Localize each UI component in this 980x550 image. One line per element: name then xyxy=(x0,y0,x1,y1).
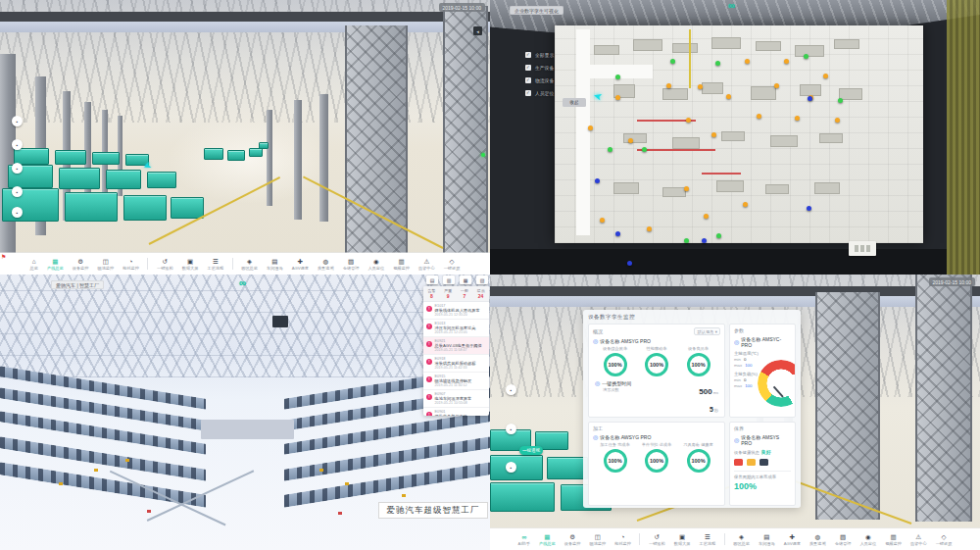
toolbar-item[interactable]: ◈园区总览 xyxy=(729,533,755,546)
agv-marker-dot[interactable] xyxy=(726,94,731,99)
alarm-list-item[interactable]: !E0901焊装夹具气压不足2019-05-21 10:21:44 xyxy=(423,408,489,416)
station-marker[interactable]: ▪ xyxy=(506,462,516,473)
toolbar-item[interactable]: ⚙设备监控 xyxy=(560,533,585,546)
toolbar-item[interactable]: ▤车间漫游 xyxy=(754,533,779,546)
person-marker-dot[interactable] xyxy=(702,238,707,243)
device-marker-dot[interactable] xyxy=(608,147,612,152)
agv-marker-dot[interactable] xyxy=(698,84,703,89)
layer-filter-item[interactable]: ✓物流设备 xyxy=(525,76,554,84)
agv-marker-dot[interactable] xyxy=(757,114,761,119)
agv-marker-dot[interactable] xyxy=(600,218,605,223)
device-marker-dot[interactable] xyxy=(684,238,689,243)
toolbar-item[interactable]: ◉人员定位 xyxy=(364,258,389,271)
person-marker-dot[interactable] xyxy=(807,206,811,211)
toolbar-item[interactable]: ▣数据大屏 xyxy=(177,258,203,271)
alarm-tab-icon[interactable]: ▤ xyxy=(426,275,438,284)
device-marker-dot[interactable] xyxy=(838,98,843,103)
checkbox-checked-icon[interactable]: ✓ xyxy=(525,65,531,71)
station-marker[interactable]: ▪ xyxy=(12,139,23,150)
toolbar-item[interactable]: ◫物流监控 xyxy=(93,258,119,271)
alarm-stat[interactable]: 提示24 xyxy=(472,288,489,299)
toolbar-item[interactable]: ◇一键还原 xyxy=(439,258,465,271)
toolbar-item[interactable]: ✚AGV调度 xyxy=(287,258,313,271)
alarm-stat[interactable]: 严重9 xyxy=(440,288,457,299)
toolbar-item[interactable]: ◈园区总览 xyxy=(237,258,263,271)
agv-marker-dot[interactable] xyxy=(743,202,748,207)
viewport-factory-overview[interactable]: 2019-02-15 10:00 ◂ ▪▪▪▪▪ ➤ ⚑ ⌂总览▦产线总览⚙设备… xyxy=(0,0,490,275)
agv-marker-dot[interactable] xyxy=(588,125,593,130)
alarm-list-item[interactable]: !E1013冲压车间压机温度过高2019-05-21 12:21:05 xyxy=(423,320,489,337)
agv-marker-dot[interactable] xyxy=(784,59,789,64)
station-marker[interactable]: ▪ xyxy=(506,384,516,395)
layer-filter-item[interactable]: ✓生产设备 xyxy=(525,64,554,72)
toolbar-item[interactable]: ◉人员定位 xyxy=(856,533,881,546)
agv-marker-dot[interactable] xyxy=(615,95,620,100)
quick-action-label[interactable]: 一键换型时间 xyxy=(602,380,631,386)
device-marker-dot[interactable] xyxy=(615,75,620,79)
toolbar-item[interactable]: ◫物流监控 xyxy=(585,533,611,546)
toolbar-item[interactable]: ☰工艺流程 xyxy=(695,533,720,546)
toolbar-item[interactable]: ⌂总览 xyxy=(25,258,42,271)
alarm-list-item[interactable]: !E0918涂装烘房风机振动超标2019-05-21 11:42:33 xyxy=(423,355,489,373)
agv-marker-dot[interactable] xyxy=(823,74,828,78)
machine-action-tag[interactable]: 一键透视 xyxy=(519,446,543,455)
toolbar-item[interactable]: ▥视频监控 xyxy=(389,258,415,271)
device-marker-dot[interactable] xyxy=(804,54,808,59)
person-marker-dot[interactable] xyxy=(808,96,812,101)
toolbar-item[interactable]: ▧仓储管理 xyxy=(830,533,856,546)
person-marker-dot[interactable] xyxy=(595,178,600,183)
device-marker-dot[interactable] xyxy=(642,147,647,152)
layer-filter-item[interactable]: ✓全部显示 xyxy=(525,51,554,59)
toolbar-item[interactable]: ⚠告警中心 xyxy=(414,258,439,271)
factory-floorplan[interactable] xyxy=(555,25,923,243)
agv-marker-dot[interactable] xyxy=(711,132,716,137)
minimap-widget[interactable] xyxy=(849,241,876,256)
toolbar-item[interactable]: ◍质量追溯 xyxy=(805,533,830,546)
viewport-logistics-corridor[interactable]: 爱驰汽车 | 智慧工厂 ∞ ▤▥▦▧ 告警8严重9一般7提示24 !E1017焊… xyxy=(0,275,490,550)
alarm-list-item[interactable]: !E0921总装AGV-03电量低于阈值2019-05-21 11:58:47 xyxy=(423,337,489,355)
toolbar-item[interactable]: ▦产线总览 xyxy=(42,258,68,271)
alarm-tab-icon[interactable]: ▥ xyxy=(443,275,455,284)
agv-marker-dot[interactable] xyxy=(745,59,750,64)
person-marker-dot[interactable] xyxy=(627,261,632,266)
agv-marker-dot[interactable] xyxy=(795,116,800,121)
agv-marker-dot[interactable] xyxy=(774,83,779,88)
station-marker[interactable]: ▪ xyxy=(506,424,516,434)
toolbar-item[interactable]: ◔能耗监控 xyxy=(611,533,636,546)
toolbar-item[interactable]: ↺一键巡检 xyxy=(152,258,177,271)
checkbox-checked-icon[interactable]: ✓ xyxy=(525,52,531,58)
alarm-tab-icon[interactable]: ▦ xyxy=(460,275,471,284)
toolbar-item[interactable]: ✚AGV调度 xyxy=(779,533,805,546)
device-marker-dot[interactable] xyxy=(715,61,720,66)
agv-marker-dot[interactable] xyxy=(666,83,671,88)
agv-marker-dot[interactable] xyxy=(647,226,652,231)
agv-marker-dot[interactable] xyxy=(628,138,633,143)
station-marker[interactable]: ▪ xyxy=(12,116,23,126)
toolbar-item[interactable]: ▣数据大屏 xyxy=(669,533,695,546)
alarm-list-item[interactable]: !E0915物流输送线急停触发2019-05-21 11:30:12 xyxy=(423,373,489,390)
toolbar-item[interactable]: ∞AI助手 xyxy=(514,533,534,546)
toolbar-item[interactable]: ◍质量追溯 xyxy=(313,258,338,271)
view-dropdown[interactable]: 默认视角 ▾ xyxy=(694,327,720,335)
viewport-device-dashboard[interactable]: 2019-02-15 10:00 ▪▪▪ 一键透视 设备数字孪生监控 概况 默认… xyxy=(490,275,980,550)
agv-marker-dot[interactable] xyxy=(835,118,840,123)
station-marker[interactable]: ▪ xyxy=(12,163,23,174)
alarm-stat[interactable]: 告警8 xyxy=(423,288,440,299)
toolbar-item[interactable]: ↺一键巡检 xyxy=(644,533,669,546)
alarm-list-item[interactable]: !E1017焊装线体机器人通讯异常2019-05-21 12:35:20 xyxy=(423,302,489,320)
toolbar-item[interactable]: ▧仓储管理 xyxy=(338,258,364,271)
agv-marker-dot[interactable] xyxy=(686,118,691,123)
alarm-stat[interactable]: 一般7 xyxy=(457,288,473,299)
toolbar-item[interactable]: ◔能耗监控 xyxy=(119,258,144,271)
toolbar-item[interactable]: ▦产线总览 xyxy=(534,533,560,546)
checkbox-checked-icon[interactable]: ✓ xyxy=(525,77,531,83)
collapse-icon[interactable]: ◂ xyxy=(473,26,482,35)
toolbar-item[interactable]: ⚠告警中心 xyxy=(906,533,931,546)
toolbar-item[interactable]: ▥视频监控 xyxy=(881,533,906,546)
layer-filter-item[interactable]: ✓人员定位 xyxy=(525,89,554,97)
device-marker-dot[interactable] xyxy=(670,59,675,64)
toolbar-item[interactable]: ▤车间漫游 xyxy=(262,258,287,271)
station-marker[interactable]: ▪ xyxy=(12,186,23,197)
person-marker-dot[interactable] xyxy=(615,231,620,236)
agv-marker-dot[interactable] xyxy=(684,186,689,191)
